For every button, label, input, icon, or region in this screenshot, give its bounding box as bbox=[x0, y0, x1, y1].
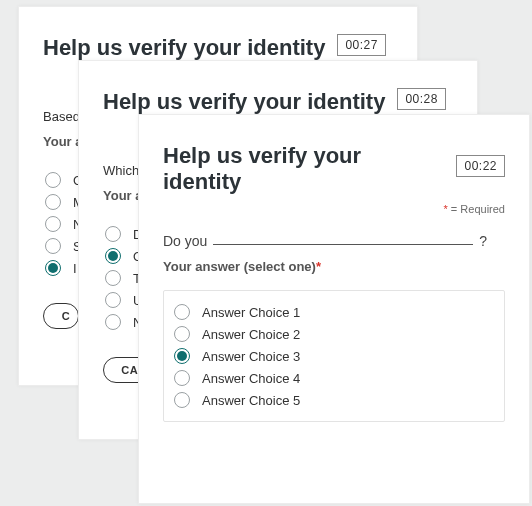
option-row[interactable]: Answer Choice 4 bbox=[172, 367, 496, 389]
radio-icon[interactable] bbox=[174, 304, 190, 320]
option-label: Answer Choice 1 bbox=[202, 305, 300, 320]
option-row[interactable]: Answer Choice 3 bbox=[172, 345, 496, 367]
radio-icon[interactable] bbox=[105, 292, 121, 308]
option-label: Answer Choice 2 bbox=[202, 327, 300, 342]
option-label: Answer Choice 5 bbox=[202, 393, 300, 408]
question-suffix: ? bbox=[479, 233, 487, 249]
blank-line bbox=[213, 243, 473, 245]
option-label: Answer Choice 4 bbox=[202, 371, 300, 386]
required-note: * = Required bbox=[163, 203, 505, 215]
required-star: * bbox=[316, 259, 321, 274]
option-row[interactable]: Answer Choice 5 bbox=[172, 389, 496, 411]
option-label: I bbox=[73, 261, 77, 276]
radio-icon[interactable] bbox=[105, 226, 121, 242]
radio-icon[interactable] bbox=[105, 314, 121, 330]
timer: 00:22 bbox=[456, 155, 505, 177]
answer-instruction: Your answer (select one)* bbox=[163, 259, 505, 274]
heading: Help us verify your identity bbox=[43, 35, 325, 61]
stage: Help us verify your identity 00:27 * = R… bbox=[0, 0, 532, 506]
radio-icon[interactable] bbox=[105, 270, 121, 286]
question-prefix: Do you bbox=[163, 233, 207, 249]
answers-list: Answer Choice 1 Answer Choice 2 Answer C… bbox=[163, 290, 505, 422]
cancel-button[interactable]: C bbox=[43, 303, 79, 329]
heading: Help us verify your identity bbox=[103, 89, 385, 115]
radio-icon[interactable] bbox=[105, 248, 121, 264]
option-row[interactable]: Answer Choice 1 bbox=[172, 301, 496, 323]
required-text: = Required bbox=[448, 203, 505, 215]
radio-icon[interactable] bbox=[45, 216, 61, 232]
timer: 00:27 bbox=[337, 34, 386, 56]
answer-instruction-text: Your answer (select one) bbox=[163, 259, 316, 274]
radio-icon[interactable] bbox=[174, 348, 190, 364]
radio-icon[interactable] bbox=[45, 238, 61, 254]
radio-icon[interactable] bbox=[45, 260, 61, 276]
heading: Help us verify your identity bbox=[163, 143, 444, 195]
radio-icon[interactable] bbox=[174, 392, 190, 408]
radio-icon[interactable] bbox=[174, 370, 190, 386]
radio-icon[interactable] bbox=[174, 326, 190, 342]
question-line: Do you ? bbox=[163, 233, 505, 249]
option-row[interactable]: Answer Choice 2 bbox=[172, 323, 496, 345]
option-label: Answer Choice 3 bbox=[202, 349, 300, 364]
panel-front: Help us verify your identity 00:22 * = R… bbox=[138, 114, 530, 504]
radio-icon[interactable] bbox=[45, 194, 61, 210]
timer: 00:28 bbox=[397, 88, 446, 110]
radio-icon[interactable] bbox=[45, 172, 61, 188]
